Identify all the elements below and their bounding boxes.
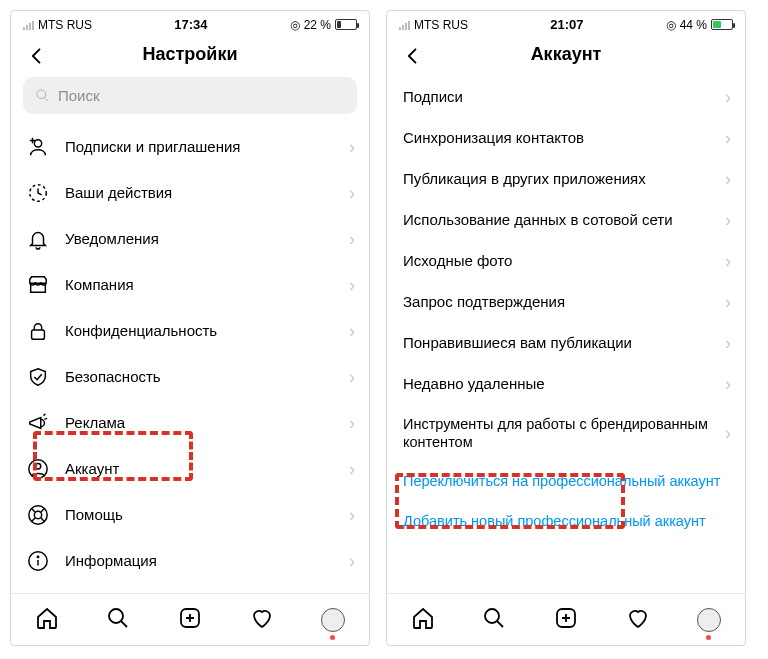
heart-icon — [626, 606, 650, 630]
row-label: Конфиденциальность — [65, 322, 341, 341]
search-icon — [106, 606, 130, 630]
ring-mode-icon: ◎ — [666, 18, 676, 32]
nav-home[interactable] — [411, 606, 435, 634]
search-icon — [482, 606, 506, 630]
status-time: 21:07 — [550, 17, 583, 32]
bell-icon — [25, 228, 51, 250]
chevron-right-icon: › — [349, 183, 355, 204]
chevron-right-icon: › — [349, 137, 355, 158]
notification-dot — [706, 635, 711, 640]
svg-line-16 — [32, 518, 36, 522]
search-input[interactable]: Поиск — [23, 77, 357, 114]
row-captions[interactable]: Подписи› — [387, 77, 745, 118]
svg-line-1 — [44, 97, 48, 101]
info-icon — [25, 550, 51, 572]
svg-line-15 — [41, 509, 45, 513]
row-about[interactable]: Информация › — [11, 538, 369, 584]
svg-point-10 — [35, 464, 41, 470]
row-add-professional[interactable]: Добавить новый профессиональный аккаунт — [387, 501, 745, 541]
megaphone-icon — [25, 412, 51, 434]
nav-header: Настройки — [11, 36, 369, 77]
nav-profile[interactable] — [697, 608, 721, 632]
svg-point-20 — [109, 609, 123, 623]
battery-icon — [335, 19, 357, 30]
row-original-photos[interactable]: Исходные фото› — [387, 241, 745, 282]
row-follow-invite[interactable]: Подписки и приглашения › — [11, 124, 369, 170]
nav-home[interactable] — [35, 606, 59, 634]
row-security[interactable]: Безопасность › — [11, 354, 369, 400]
svg-point-0 — [37, 90, 46, 99]
row-branded-content[interactable]: Инструменты для работы с брендированным … — [387, 405, 745, 461]
activity-icon — [25, 182, 51, 204]
row-label: Информация — [65, 552, 341, 571]
chevron-right-icon: › — [725, 423, 731, 444]
carrier-label: MTS RUS — [414, 18, 468, 32]
row-liked-posts[interactable]: Понравившиеся вам публикации› — [387, 323, 745, 364]
chevron-right-icon: › — [725, 374, 731, 395]
chevron-right-icon: › — [349, 275, 355, 296]
nav-profile[interactable] — [321, 608, 345, 632]
row-label: Аккаунт — [65, 460, 341, 479]
row-share-other-apps[interactable]: Публикация в других приложениях› — [387, 159, 745, 200]
row-account[interactable]: Аккаунт › — [11, 446, 369, 492]
row-cellular-data[interactable]: Использование данных в сотовой сети› — [387, 200, 745, 241]
svg-line-8 — [44, 418, 47, 419]
row-label: Уведомления — [65, 230, 341, 249]
settings-list: Подписки и приглашения › Ваши действия ›… — [11, 124, 369, 593]
chevron-right-icon: › — [349, 367, 355, 388]
row-label: Подписки и приглашения — [65, 138, 341, 157]
back-button[interactable] — [397, 42, 429, 74]
home-icon — [411, 606, 435, 630]
status-bar: MTS RUS 21:07 ◎ 44 % — [387, 11, 745, 36]
svg-line-26 — [497, 621, 503, 627]
nav-create[interactable] — [554, 606, 578, 634]
lifebuoy-icon — [25, 504, 51, 526]
plus-square-icon — [554, 606, 578, 630]
nav-create[interactable] — [178, 606, 202, 634]
svg-rect-6 — [32, 330, 45, 339]
row-help[interactable]: Помощь › — [11, 492, 369, 538]
signal-icon — [23, 20, 34, 30]
row-label: Безопасность — [65, 368, 341, 387]
row-privacy[interactable]: Конфиденциальность › — [11, 308, 369, 354]
chevron-right-icon: › — [725, 210, 731, 231]
chevron-right-icon: › — [725, 128, 731, 149]
row-label: Реклама — [65, 414, 341, 433]
svg-line-14 — [41, 518, 45, 522]
nav-search[interactable] — [106, 606, 130, 634]
row-contacts-sync[interactable]: Синхронизация контактов› — [387, 118, 745, 159]
phone-settings: MTS RUS 17:34 ◎ 22 % Настройки Поиск Под… — [10, 10, 370, 646]
battery-pct: 22 % — [304, 18, 331, 32]
nav-header: Аккаунт — [387, 36, 745, 77]
chevron-left-icon — [403, 46, 423, 66]
svg-point-25 — [485, 609, 499, 623]
row-business[interactable]: Компания › — [11, 262, 369, 308]
row-switch-professional[interactable]: Переключиться на профессиональный аккаун… — [387, 461, 745, 501]
row-notifications[interactable]: Уведомления › — [11, 216, 369, 262]
chevron-right-icon: › — [349, 459, 355, 480]
row-ads[interactable]: Реклама › — [11, 400, 369, 446]
bottom-nav — [11, 593, 369, 645]
battery-icon — [711, 19, 733, 30]
row-activity[interactable]: Ваши действия › — [11, 170, 369, 216]
row-recently-deleted[interactable]: Недавно удаленные› — [387, 364, 745, 405]
signal-icon — [399, 20, 410, 30]
row-label: Ваши действия — [65, 184, 341, 203]
battery-pct: 44 % — [680, 18, 707, 32]
user-circle-icon — [25, 458, 51, 480]
nav-activity[interactable] — [250, 606, 274, 634]
back-button[interactable] — [21, 42, 53, 74]
nav-activity[interactable] — [626, 606, 650, 634]
account-list: Подписи› Синхронизация контактов› Публик… — [387, 77, 745, 593]
chevron-right-icon: › — [725, 169, 731, 190]
row-label: Помощь — [65, 506, 341, 525]
nav-search[interactable] — [482, 606, 506, 634]
home-icon — [35, 606, 59, 630]
svg-line-13 — [32, 509, 36, 513]
header-title: Настройки — [143, 44, 238, 65]
status-time: 17:34 — [174, 17, 207, 32]
chevron-right-icon: › — [725, 87, 731, 108]
lock-icon — [25, 320, 51, 342]
row-request-verification[interactable]: Запрос подтверждения› — [387, 282, 745, 323]
carrier-label: MTS RUS — [38, 18, 92, 32]
